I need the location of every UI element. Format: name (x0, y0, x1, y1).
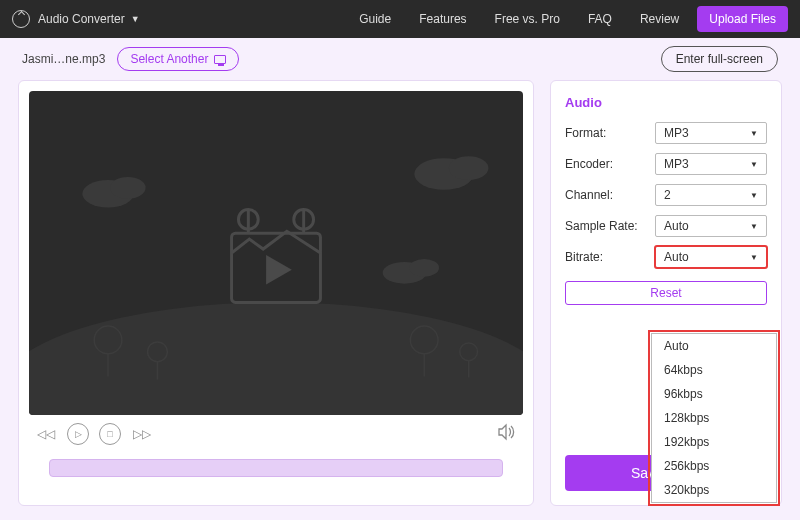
rewind-button[interactable]: ◁◁ (35, 423, 57, 445)
reset-button[interactable]: Reset (565, 281, 767, 305)
settings-panel: Audio Format: MP3▼ Encoder: MP3▼ Channel… (550, 80, 782, 506)
svg-marker-20 (266, 255, 292, 285)
media-preview (29, 91, 523, 415)
chevron-down-icon: ▼ (750, 129, 758, 138)
chevron-down-icon: ▼ (750, 160, 758, 169)
svg-point-9 (148, 342, 168, 362)
current-filename: Jasmi…ne.mp3 (22, 52, 105, 66)
monitor-icon (214, 55, 226, 64)
channel-value: 2 (664, 188, 671, 202)
svg-point-13 (460, 343, 478, 361)
format-label: Format: (565, 126, 655, 140)
bitrate-dropdown: Auto 64kbps 96kbps 128kbps 192kbps 256kb… (651, 333, 777, 503)
bitrate-label: Bitrate: (565, 250, 655, 264)
bitrate-value: Auto (664, 250, 689, 264)
main-area: ◁◁ ▷ □ ▷▷ Audio Format: MP3▼ Encoder: MP… (0, 80, 800, 520)
enter-fullscreen-button[interactable]: Enter full-screen (661, 46, 778, 72)
format-select[interactable]: MP3▼ (655, 122, 767, 144)
svg-point-0 (29, 302, 523, 415)
top-bar: Audio Converter ▼ Guide Features Free vs… (0, 0, 800, 38)
channel-select[interactable]: 2▼ (655, 184, 767, 206)
bitrate-option[interactable]: 64kbps (652, 358, 776, 382)
svg-point-11 (410, 326, 438, 354)
top-nav: Guide Features Free vs. Pro FAQ Review (359, 12, 679, 26)
nav-review[interactable]: Review (640, 12, 679, 26)
encoder-label: Encoder: (565, 157, 655, 171)
preview-panel: ◁◁ ▷ □ ▷▷ (18, 80, 534, 506)
encoder-value: MP3 (664, 157, 689, 171)
progress-bar[interactable] (49, 459, 503, 477)
chevron-down-icon: ▼ (750, 191, 758, 200)
playback-controls: ◁◁ ▷ □ ▷▷ (29, 415, 523, 453)
chevron-down-icon: ▼ (750, 253, 758, 262)
app-title-text: Audio Converter (38, 12, 125, 26)
volume-button[interactable] (497, 423, 517, 445)
select-another-button[interactable]: Select Another (117, 47, 239, 71)
forward-button[interactable]: ▷▷ (131, 423, 153, 445)
bitrate-option[interactable]: 96kbps (652, 382, 776, 406)
chevron-down-icon: ▼ (750, 222, 758, 231)
bitrate-option[interactable]: 128kbps (652, 406, 776, 430)
bitrate-option[interactable]: 192kbps (652, 430, 776, 454)
format-row: Format: MP3▼ (565, 122, 767, 144)
select-another-label: Select Another (130, 52, 208, 66)
preview-placeholder-art (29, 91, 523, 415)
sample-rate-row: Sample Rate: Auto▼ (565, 215, 767, 237)
svg-point-7 (94, 326, 122, 354)
nav-freevspro[interactable]: Free vs. Pro (495, 12, 560, 26)
bitrate-select[interactable]: Auto▼ (655, 246, 767, 268)
svg-point-4 (449, 156, 489, 180)
bitrate-option[interactable]: 256kbps (652, 454, 776, 478)
audio-section-title: Audio (565, 95, 767, 110)
app-title-dropdown[interactable]: Audio Converter ▼ (12, 10, 140, 28)
encoder-row: Encoder: MP3▼ (565, 153, 767, 175)
svg-point-2 (110, 177, 146, 199)
upload-files-button[interactable]: Upload Files (697, 6, 788, 32)
play-button[interactable]: ▷ (67, 423, 89, 445)
sample-rate-value: Auto (664, 219, 689, 233)
nav-guide[interactable]: Guide (359, 12, 391, 26)
nav-features[interactable]: Features (419, 12, 466, 26)
channel-label: Channel: (565, 188, 655, 202)
caret-down-icon: ▼ (131, 14, 140, 24)
app-logo-icon (12, 10, 30, 28)
svg-point-6 (409, 259, 439, 277)
sub-bar: Jasmi…ne.mp3 Select Another Enter full-s… (0, 38, 800, 80)
bitrate-row: Bitrate: Auto▼ (565, 246, 767, 268)
bitrate-option[interactable]: Auto (652, 334, 776, 358)
stop-button[interactable]: □ (99, 423, 121, 445)
nav-faq[interactable]: FAQ (588, 12, 612, 26)
sample-rate-label: Sample Rate: (565, 219, 655, 233)
sample-rate-select[interactable]: Auto▼ (655, 215, 767, 237)
progress-area (29, 453, 523, 495)
encoder-select[interactable]: MP3▼ (655, 153, 767, 175)
format-value: MP3 (664, 126, 689, 140)
channel-row: Channel: 2▼ (565, 184, 767, 206)
bitrate-option[interactable]: 320kbps (652, 478, 776, 502)
